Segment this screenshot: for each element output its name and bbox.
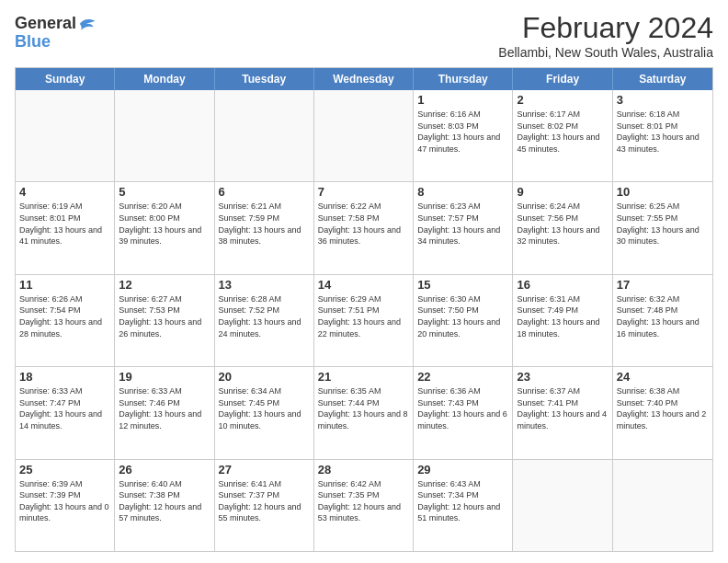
day-number: 15	[417, 278, 508, 292]
day-info: Sunrise: 6:22 AM Sunset: 7:58 PM Dayligh…	[318, 201, 409, 247]
day-cell-17: 17Sunrise: 6:32 AM Sunset: 7:48 PM Dayli…	[613, 275, 712, 366]
title-block: February 2024 Bellambi, New South Wales,…	[498, 11, 713, 60]
day-info: Sunrise: 6:38 AM Sunset: 7:40 PM Dayligh…	[617, 385, 709, 431]
day-cell-2: 2Sunrise: 6:17 AM Sunset: 8:02 PM Daylig…	[513, 90, 612, 181]
day-cell-18: 18Sunrise: 6:33 AM Sunset: 7:47 PM Dayli…	[16, 367, 115, 458]
day-cell-28: 28Sunrise: 6:42 AM Sunset: 7:35 PM Dayli…	[314, 460, 414, 551]
day-number: 4	[19, 185, 110, 199]
day-number: 16	[517, 278, 608, 292]
day-number: 8	[417, 185, 508, 199]
day-info: Sunrise: 6:26 AM Sunset: 7:54 PM Dayligh…	[19, 293, 110, 339]
header-cell-wednesday: Wednesday	[314, 68, 414, 90]
header-cell-friday: Friday	[513, 68, 612, 90]
day-info: Sunrise: 6:35 AM Sunset: 7:44 PM Dayligh…	[318, 385, 409, 431]
day-number: 13	[219, 278, 310, 292]
day-cell-6: 6Sunrise: 6:21 AM Sunset: 7:59 PM Daylig…	[215, 182, 314, 273]
day-cell-23: 23Sunrise: 6:37 AM Sunset: 7:41 PM Dayli…	[513, 367, 612, 458]
calendar-row-2: 4Sunrise: 6:19 AM Sunset: 8:01 PM Daylig…	[16, 181, 712, 273]
day-info: Sunrise: 6:31 AM Sunset: 7:49 PM Dayligh…	[517, 293, 608, 339]
day-cell-empty-0-3	[314, 90, 414, 181]
day-cell-7: 7Sunrise: 6:22 AM Sunset: 7:58 PM Daylig…	[314, 182, 414, 273]
calendar-row-3: 11Sunrise: 6:26 AM Sunset: 7:54 PM Dayli…	[16, 274, 712, 366]
page: General Blue February 2024 Bellambi, New…	[0, 0, 728, 563]
day-info: Sunrise: 6:33 AM Sunset: 7:47 PM Dayligh…	[19, 385, 110, 431]
day-info: Sunrise: 6:28 AM Sunset: 7:52 PM Dayligh…	[219, 293, 310, 339]
calendar-row-5: 25Sunrise: 6:39 AM Sunset: 7:39 PM Dayli…	[16, 459, 712, 551]
day-number: 18	[19, 370, 110, 384]
logo-bird-icon	[78, 15, 97, 33]
day-info: Sunrise: 6:25 AM Sunset: 7:55 PM Dayligh…	[617, 201, 709, 247]
day-number: 3	[617, 93, 709, 107]
day-info: Sunrise: 6:32 AM Sunset: 7:48 PM Dayligh…	[617, 293, 709, 339]
day-cell-29: 29Sunrise: 6:43 AM Sunset: 7:34 PM Dayli…	[414, 460, 513, 551]
day-cell-27: 27Sunrise: 6:41 AM Sunset: 7:37 PM Dayli…	[215, 460, 314, 551]
day-cell-empty-4-5	[513, 460, 612, 551]
day-number: 17	[617, 278, 709, 292]
day-number: 24	[617, 370, 709, 384]
day-number: 22	[417, 370, 508, 384]
logo: General Blue	[15, 15, 97, 52]
day-info: Sunrise: 6:37 AM Sunset: 7:41 PM Dayligh…	[517, 385, 608, 431]
day-cell-11: 11Sunrise: 6:26 AM Sunset: 7:54 PM Dayli…	[16, 275, 115, 366]
calendar-row-1: 1Sunrise: 6:16 AM Sunset: 8:03 PM Daylig…	[16, 90, 712, 181]
day-number: 6	[219, 185, 310, 199]
day-cell-16: 16Sunrise: 6:31 AM Sunset: 7:49 PM Dayli…	[513, 275, 612, 366]
day-cell-empty-4-6	[613, 460, 712, 551]
day-number: 28	[318, 463, 409, 477]
day-info: Sunrise: 6:20 AM Sunset: 8:00 PM Dayligh…	[119, 201, 210, 247]
day-number: 27	[219, 463, 310, 477]
day-info: Sunrise: 6:29 AM Sunset: 7:51 PM Dayligh…	[318, 293, 409, 339]
day-cell-12: 12Sunrise: 6:27 AM Sunset: 7:53 PM Dayli…	[115, 275, 214, 366]
day-number: 1	[417, 93, 508, 107]
header-cell-saturday: Saturday	[613, 68, 712, 90]
day-info: Sunrise: 6:24 AM Sunset: 7:56 PM Dayligh…	[517, 201, 608, 247]
day-number: 11	[19, 278, 110, 292]
day-cell-24: 24Sunrise: 6:38 AM Sunset: 7:40 PM Dayli…	[613, 367, 712, 458]
day-cell-empty-0-0	[16, 90, 115, 181]
calendar-title: February 2024	[498, 11, 713, 45]
day-cell-empty-0-2	[215, 90, 314, 181]
day-info: Sunrise: 6:17 AM Sunset: 8:02 PM Dayligh…	[517, 109, 608, 155]
day-number: 10	[617, 185, 709, 199]
day-number: 20	[219, 370, 310, 384]
day-cell-21: 21Sunrise: 6:35 AM Sunset: 7:44 PM Dayli…	[314, 367, 414, 458]
day-cell-25: 25Sunrise: 6:39 AM Sunset: 7:39 PM Dayli…	[16, 460, 115, 551]
day-info: Sunrise: 6:43 AM Sunset: 7:34 PM Dayligh…	[417, 478, 508, 524]
day-number: 7	[318, 185, 409, 199]
day-number: 9	[517, 185, 608, 199]
day-cell-22: 22Sunrise: 6:36 AM Sunset: 7:43 PM Dayli…	[414, 367, 513, 458]
day-number: 14	[318, 278, 409, 292]
day-cell-15: 15Sunrise: 6:30 AM Sunset: 7:50 PM Dayli…	[414, 275, 513, 366]
day-info: Sunrise: 6:23 AM Sunset: 7:57 PM Dayligh…	[417, 201, 508, 247]
day-number: 19	[119, 370, 210, 384]
day-info: Sunrise: 6:33 AM Sunset: 7:46 PM Dayligh…	[119, 385, 210, 431]
day-cell-13: 13Sunrise: 6:28 AM Sunset: 7:52 PM Dayli…	[215, 275, 314, 366]
day-number: 21	[318, 370, 409, 384]
day-info: Sunrise: 6:34 AM Sunset: 7:45 PM Dayligh…	[219, 385, 310, 431]
day-number: 25	[19, 463, 110, 477]
calendar: SundayMondayTuesdayWednesdayThursdayFrid…	[15, 67, 713, 552]
day-cell-26: 26Sunrise: 6:40 AM Sunset: 7:38 PM Dayli…	[115, 460, 214, 551]
day-cell-9: 9Sunrise: 6:24 AM Sunset: 7:56 PM Daylig…	[513, 182, 612, 273]
logo-text-blue: Blue	[15, 33, 97, 52]
day-number: 5	[119, 185, 210, 199]
day-cell-20: 20Sunrise: 6:34 AM Sunset: 7:45 PM Dayli…	[215, 367, 314, 458]
calendar-header-row: SundayMondayTuesdayWednesdayThursdayFrid…	[16, 68, 712, 90]
calendar-body: 1Sunrise: 6:16 AM Sunset: 8:03 PM Daylig…	[16, 90, 712, 551]
header-cell-monday: Monday	[115, 68, 214, 90]
header-cell-sunday: Sunday	[16, 68, 115, 90]
day-number: 12	[119, 278, 210, 292]
day-cell-8: 8Sunrise: 6:23 AM Sunset: 7:57 PM Daylig…	[414, 182, 513, 273]
day-info: Sunrise: 6:19 AM Sunset: 8:01 PM Dayligh…	[19, 201, 110, 247]
day-cell-14: 14Sunrise: 6:29 AM Sunset: 7:51 PM Dayli…	[314, 275, 414, 366]
day-cell-4: 4Sunrise: 6:19 AM Sunset: 8:01 PM Daylig…	[16, 182, 115, 273]
day-info: Sunrise: 6:36 AM Sunset: 7:43 PM Dayligh…	[417, 385, 508, 431]
day-number: 29	[417, 463, 508, 477]
day-info: Sunrise: 6:27 AM Sunset: 7:53 PM Dayligh…	[119, 293, 210, 339]
day-info: Sunrise: 6:40 AM Sunset: 7:38 PM Dayligh…	[119, 478, 210, 524]
day-info: Sunrise: 6:16 AM Sunset: 8:03 PM Dayligh…	[417, 109, 508, 155]
day-info: Sunrise: 6:39 AM Sunset: 7:39 PM Dayligh…	[19, 478, 110, 524]
calendar-row-4: 18Sunrise: 6:33 AM Sunset: 7:47 PM Dayli…	[16, 366, 712, 458]
day-cell-1: 1Sunrise: 6:16 AM Sunset: 8:03 PM Daylig…	[414, 90, 513, 181]
day-number: 23	[517, 370, 608, 384]
